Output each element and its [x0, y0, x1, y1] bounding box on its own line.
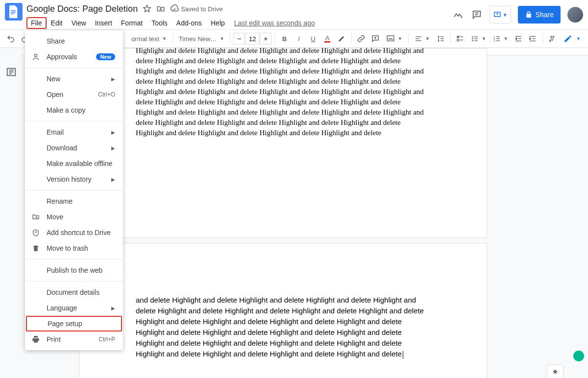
menu-tools[interactable]: Tools — [147, 17, 172, 29]
svg-point-23 — [472, 40, 473, 41]
account-avatar[interactable] — [567, 7, 583, 23]
activity-icon[interactable] — [452, 9, 464, 21]
menu-item-label: Publish to the web — [47, 266, 115, 274]
file-menu-make-available-offline[interactable]: Make available offline — [25, 156, 123, 171]
shortcut-label: Ctrl+P — [98, 336, 115, 343]
menu-help[interactable]: Help — [206, 17, 229, 29]
saved-status: Saved to Drive — [170, 4, 222, 13]
clear-formatting-icon[interactable] — [546, 32, 559, 46]
file-menu-move-to-trash[interactable]: Move to trash — [25, 240, 123, 256]
saved-text: Saved to Drive — [181, 5, 222, 13]
star-icon[interactable] — [143, 4, 151, 13]
share-label: Share — [536, 11, 554, 19]
font-size-decrease[interactable]: − — [233, 33, 245, 45]
new-badge: New — [96, 53, 115, 60]
highlight-icon[interactable] — [335, 32, 348, 46]
file-menu-new[interactable]: New▶ — [25, 71, 123, 87]
file-menu-print[interactable]: PrintCtrl+P — [25, 331, 123, 347]
submenu-arrow-icon: ▶ — [111, 145, 115, 151]
line-spacing-icon[interactable] — [434, 35, 447, 43]
move-icon[interactable] — [156, 4, 165, 13]
comments-icon[interactable] — [471, 9, 483, 21]
submenu-arrow-icon: ▶ — [111, 76, 115, 82]
menu-separator — [25, 68, 123, 68]
file-menu-open[interactable]: OpenCtrl+O — [25, 87, 123, 102]
menu-insert[interactable]: Insert — [91, 17, 117, 29]
document-page[interactable]: Highlight and delete Highlight and delet… — [79, 48, 487, 238]
file-menu-approvals[interactable]: ApprovalsNew — [25, 49, 123, 65]
link-icon[interactable] — [355, 32, 368, 46]
bold-icon[interactable]: B — [278, 32, 291, 46]
font-select[interactable]: Times New…▼ — [176, 35, 227, 43]
file-menu-page-setup[interactable]: Page setup — [26, 316, 122, 331]
move-icon — [31, 213, 41, 221]
file-menu-add-shortcut-to-drive[interactable]: Add shortcut to Drive — [25, 225, 123, 240]
menu-item-label: Download — [47, 144, 105, 152]
file-menu-document-details[interactable]: Document details — [25, 284, 123, 300]
file-menu-rename[interactable]: Rename — [25, 193, 123, 209]
docs-logo[interactable] — [5, 3, 23, 21]
page-text: and delete Highlight and delete Highligh… — [136, 296, 424, 358]
menu-item-label: Make available offline — [47, 160, 115, 167]
shortcut-label: Ctrl+O — [98, 91, 115, 98]
paragraph-style-select[interactable]: ormal text▼ — [128, 35, 170, 43]
file-menu-language[interactable]: Language▶ — [25, 300, 123, 316]
bulleted-list-icon[interactable]: ▼ — [468, 35, 489, 43]
print-icon — [31, 335, 41, 343]
font-size-increase[interactable]: + — [260, 33, 271, 45]
menu-item-label: Rename — [47, 197, 115, 205]
menu-item-label: Add shortcut to Drive — [47, 229, 115, 236]
shortcut-icon — [31, 229, 41, 236]
file-menu-version-history[interactable]: Version history▶ — [25, 171, 123, 187]
file-menu-make-a-copy[interactable]: Make a copy — [25, 102, 123, 118]
menu-view[interactable]: View — [67, 17, 91, 29]
svg-point-21 — [472, 38, 473, 39]
underline-icon[interactable]: U — [306, 32, 319, 46]
file-menu-publish-to-the-web[interactable]: Publish to the web — [25, 262, 123, 278]
align-icon[interactable]: ▼ — [412, 35, 433, 43]
menu-item-label: Approvals — [47, 53, 90, 61]
svg-rect-2 — [11, 13, 14, 14]
editing-mode-button[interactable]: ▼ — [560, 32, 584, 46]
menu-add-ons[interactable]: Add-ons — [172, 17, 206, 29]
file-menu-move[interactable]: Move — [25, 209, 123, 225]
text-cursor — [403, 351, 403, 359]
checklist-icon[interactable] — [454, 32, 467, 46]
menu-item-label: Open — [47, 91, 92, 98]
present-button[interactable]: ▼ — [490, 6, 511, 24]
share-button[interactable]: Share — [518, 6, 561, 24]
outline-toggle-icon[interactable] — [6, 67, 17, 79]
svg-point-41 — [34, 54, 37, 57]
menu-file[interactable]: File — [26, 17, 47, 29]
menu-item-label: Move — [47, 213, 115, 221]
indent-decrease-icon[interactable] — [512, 32, 525, 46]
file-menu-dropdown: ShareApprovalsNewNew▶OpenCtrl+OMake a co… — [25, 30, 123, 350]
undo-icon[interactable] — [4, 32, 17, 46]
menu-separator — [25, 259, 123, 260]
document-page[interactable]: and delete Highlight and delete Highligh… — [79, 243, 487, 378]
svg-point-19 — [472, 36, 473, 37]
document-title[interactable]: Google Docs: Page Deletion — [26, 4, 138, 14]
svg-rect-8 — [387, 36, 394, 41]
file-menu-share[interactable]: Share — [25, 33, 123, 49]
svg-rect-0 — [11, 10, 16, 11]
indent-increase-icon[interactable] — [526, 32, 539, 46]
menu-format[interactable]: Format — [117, 17, 147, 29]
explore-button[interactable] — [547, 364, 564, 378]
file-menu-email[interactable]: Email▶ — [25, 124, 123, 140]
page-content[interactable]: Highlight and delete Highlight and delet… — [79, 48, 487, 138]
comment-add-icon[interactable] — [369, 32, 382, 46]
menu-separator — [25, 121, 123, 121]
image-insert-icon[interactable]: ▼ — [383, 34, 405, 43]
chat-badge-icon[interactable] — [573, 351, 584, 361]
page-content[interactable]: and delete Highlight and delete Highligh… — [79, 243, 487, 359]
numbered-list-icon[interactable]: 123▼ — [490, 35, 511, 43]
italic-icon[interactable]: I — [292, 32, 305, 46]
menu-item-label: Language — [47, 304, 105, 312]
last-edit-link[interactable]: Last edit was seconds ago — [234, 19, 315, 27]
text-color-icon[interactable]: A — [321, 32, 334, 46]
file-menu-download[interactable]: Download▶ — [25, 140, 123, 156]
font-size-input[interactable] — [245, 33, 260, 45]
font-label: Times New… — [179, 35, 217, 43]
menu-edit[interactable]: Edit — [47, 17, 67, 29]
